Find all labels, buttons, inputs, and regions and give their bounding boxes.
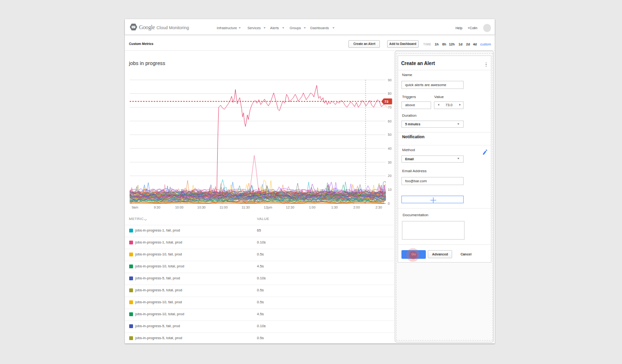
- svg-text:10:30: 10:30: [197, 206, 206, 209]
- svg-text:60: 60: [388, 120, 392, 123]
- svg-text:1:30: 1:30: [331, 206, 338, 209]
- svg-text:9am: 9am: [132, 206, 138, 209]
- svg-text:2:00: 2:00: [353, 206, 360, 209]
- svg-text:11:30: 11:30: [242, 206, 250, 209]
- svg-text:0: 0: [388, 202, 390, 205]
- svg-text:73: 73: [384, 99, 388, 104]
- svg-text:12pm: 12pm: [264, 206, 272, 210]
- svg-text:50: 50: [388, 133, 392, 136]
- svg-text:90: 90: [388, 78, 392, 82]
- svg-text:9:30: 9:30: [154, 206, 160, 209]
- svg-text:10:00: 10:00: [175, 206, 184, 209]
- svg-text:40: 40: [388, 147, 392, 150]
- svg-text:30: 30: [388, 161, 392, 164]
- svg-text:70: 70: [388, 106, 392, 109]
- svg-text:10: 10: [388, 188, 392, 191]
- svg-text:11:00: 11:00: [220, 206, 228, 209]
- svg-text:20: 20: [388, 174, 392, 177]
- svg-text:12:30: 12:30: [286, 206, 295, 209]
- svg-text:2:30: 2:30: [376, 206, 382, 209]
- svg-text:1:00: 1:00: [309, 206, 316, 209]
- svg-text:80: 80: [388, 92, 392, 95]
